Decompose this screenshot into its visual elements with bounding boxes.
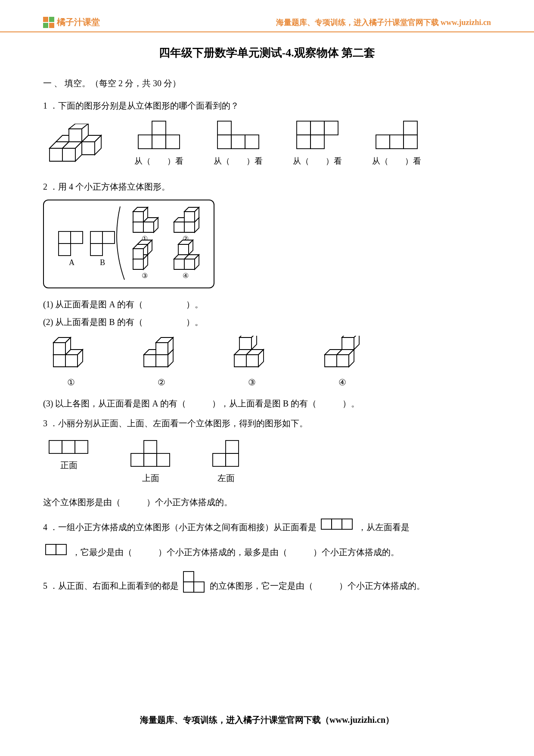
cube-fig3-icon	[233, 336, 271, 370]
q1-view-1: 从（ ）看	[134, 120, 183, 167]
q4-part2: ，从左面看是	[358, 522, 410, 532]
svg-rect-44	[332, 519, 342, 529]
flat-l-icon	[216, 120, 261, 151]
svg-rect-41	[213, 453, 226, 466]
q1-label-1: 从（ ）看	[134, 156, 183, 167]
svg-rect-18	[376, 135, 390, 149]
content-area: 四年级下册数学单元测试-4.观察物体 第二套 一 、 填空。（每空 2 分，共 …	[0, 32, 534, 603]
logo-icon	[43, 17, 54, 28]
svg-rect-19	[390, 135, 404, 149]
question-3: 3 ．小丽分别从正面、上面、左面看一个立体图形，得到的图形如下。	[43, 415, 491, 431]
flat-top-icon	[295, 120, 340, 151]
q1-figures: 从（ ）看 从（ ）看	[43, 120, 491, 167]
q5-inline-fig	[183, 571, 206, 603]
cube-fig1-icon	[52, 336, 90, 370]
svg-rect-2	[43, 23, 48, 28]
cube-fig2-icon	[142, 336, 181, 370]
q2-fig-3: ③	[233, 336, 271, 387]
q3-front-label: 正面	[60, 459, 78, 471]
q2-box-icon: A B ①	[53, 206, 204, 280]
svg-rect-36	[144, 440, 157, 453]
q2-figures-row: ① ②	[43, 336, 491, 387]
svg-rect-20	[404, 135, 417, 149]
top-view-icon	[129, 439, 172, 469]
front-view-icon	[47, 439, 90, 456]
q3-followup: 这个立体图形是由（ ）个小正方体搭成的。	[43, 494, 491, 510]
svg-rect-5	[138, 135, 152, 149]
svg-rect-23	[59, 244, 71, 256]
svg-rect-35	[75, 440, 88, 453]
svg-rect-50	[194, 582, 204, 592]
flat-t-icon	[137, 120, 181, 151]
q5-part2: 的立体图形，它一定是由（ ）个小正方体搭成的。	[210, 581, 425, 590]
cube-3d-icon	[48, 124, 104, 167]
svg-rect-45	[342, 519, 352, 529]
svg-rect-37	[131, 453, 144, 466]
q4-inline-fig1	[320, 516, 354, 540]
svg-rect-8	[217, 121, 231, 135]
q2-circled-3: ③	[248, 377, 256, 387]
svg-rect-4	[152, 121, 166, 135]
q4-inline-fig2	[45, 541, 68, 565]
svg-rect-6	[152, 135, 166, 149]
svg-rect-49	[183, 582, 194, 592]
svg-rect-33	[49, 440, 62, 453]
logo-section: 橘子汁课堂	[43, 16, 100, 28]
svg-text:④: ④	[183, 272, 189, 279]
q1-view-3: 从（ ）看	[293, 120, 342, 167]
svg-rect-34	[62, 440, 75, 453]
q2-sub3: (3) 以上各图，从正面看是图 A 的有（ ），从上面看是图 B 的有（ ）。	[43, 398, 491, 409]
svg-rect-22	[71, 231, 83, 244]
svg-rect-17	[404, 121, 417, 135]
q1-3d-figure	[48, 124, 104, 167]
svg-rect-48	[183, 572, 194, 582]
svg-rect-39	[157, 453, 170, 466]
svg-rect-43	[321, 519, 332, 529]
q5-part1: 5 ．从正面、右面和上面看到的都是	[43, 581, 181, 590]
q2-box: A B ①	[43, 200, 214, 288]
svg-rect-14	[324, 121, 338, 135]
svg-rect-27	[102, 231, 115, 244]
inline-3row-icon	[320, 518, 354, 531]
inline-l-icon	[183, 571, 206, 594]
svg-rect-12	[297, 121, 310, 135]
svg-rect-9	[217, 135, 231, 149]
svg-rect-38	[144, 453, 157, 466]
q1-view-4: 从（ ）看	[372, 120, 421, 167]
svg-text:B: B	[100, 258, 105, 267]
svg-rect-40	[226, 440, 239, 453]
question-2: 2 ．用 4 个小正方体搭立体图形。	[43, 179, 491, 194]
svg-rect-42	[226, 453, 239, 466]
header-right-text: 海量题库、专项训练，进入橘子汁课堂官网下载 www.juzizhi.cn	[276, 17, 491, 28]
svg-rect-3	[49, 23, 54, 28]
svg-rect-1	[49, 17, 54, 22]
logo-text: 橘子汁课堂	[57, 16, 100, 28]
q3-left-label: 左面	[217, 472, 235, 484]
svg-rect-21	[59, 231, 71, 244]
q4-part1: 4 ．一组小正方体搭成的立体图形（小正方体之间有面相接）从正面看是	[43, 522, 319, 532]
q2-circled-4: ④	[338, 377, 346, 387]
question-4: 4 ．一组小正方体搭成的立体图形（小正方体之间有面相接）从正面看是 ，从左面看是…	[43, 515, 491, 565]
svg-rect-15	[297, 135, 310, 149]
cube-fig4-icon	[323, 336, 362, 370]
q1-view-2: 从（ ）看	[214, 120, 263, 167]
svg-rect-25	[90, 231, 102, 244]
q2-fig-1: ①	[52, 336, 90, 387]
question-1: 1 ．下面的图形分别是从立体图形的哪个面看到的？	[43, 98, 491, 113]
svg-rect-7	[166, 135, 180, 149]
svg-rect-16	[310, 135, 324, 149]
page-header: 橘子汁课堂 海量题库、专项训练，进入橘子汁课堂官网下载 www.juzizhi.…	[0, 0, 534, 32]
svg-rect-47	[56, 544, 66, 555]
svg-rect-10	[231, 135, 245, 149]
svg-rect-26	[90, 244, 102, 256]
svg-text:A: A	[69, 258, 75, 267]
page-footer: 海量题库、专项训练，进入橘子汁课堂官网下载（www.juzizhi.cn）	[0, 714, 534, 726]
svg-rect-13	[310, 121, 324, 135]
section-label: 一 、 填空。（每空 2 分，共 30 分）	[43, 78, 491, 89]
svg-rect-46	[46, 544, 56, 555]
q2-circled-1: ①	[67, 377, 75, 387]
q2-sub2: (2) 从上面看是图 B 的有（ ）。	[43, 316, 491, 328]
q3-left-view: 左面	[211, 439, 241, 484]
q1-label-2: 从（ ）看	[214, 156, 263, 167]
q2-fig-4: ④	[323, 336, 362, 387]
